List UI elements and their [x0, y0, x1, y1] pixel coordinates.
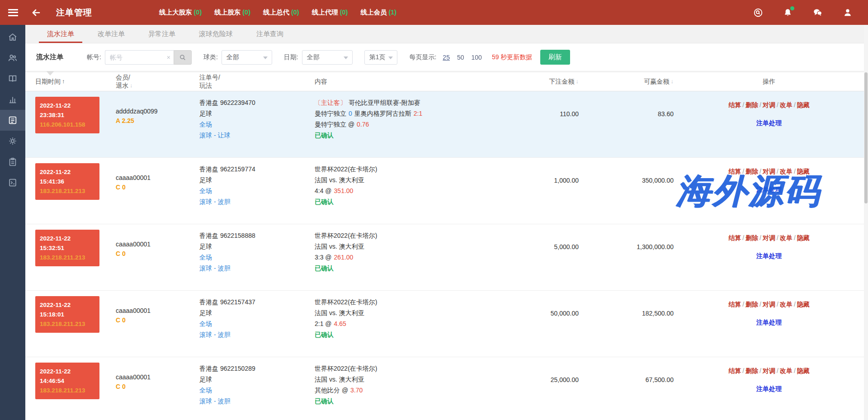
topbar-link-shareholder[interactable]: 线上股东(0): [214, 8, 250, 17]
action-link-modify[interactable]: 改单: [780, 234, 793, 241]
bet-number: 香港盘 9622157437: [199, 297, 315, 307]
content-cell: 世界杯2022(在卡塔尔)法国 vs. 澳大利亚4:4 @351.00已确认: [315, 158, 505, 224]
action-link-hide[interactable]: 隐藏: [797, 168, 810, 175]
bet-play-link[interactable]: 滚球 - 波胆: [199, 264, 230, 272]
order-process-link[interactable]: 注单处理: [756, 385, 782, 393]
action-link-hide[interactable]: 隐藏: [797, 367, 810, 374]
account-search-button[interactable]: [174, 50, 192, 65]
action-link-modify[interactable]: 改单: [780, 101, 793, 109]
action-link-settle[interactable]: 结算: [728, 101, 741, 109]
action-link-modify[interactable]: 改单: [780, 168, 793, 175]
member-name: caaaa00001: [116, 241, 199, 248]
date-badge: 2022-11-22 23:38:31 116.206.101.158: [35, 97, 99, 133]
action-link-swap[interactable]: 对调: [763, 367, 775, 374]
per-page-option-50[interactable]: 50: [457, 54, 464, 61]
sidebar-item-logs[interactable]: [0, 172, 25, 193]
bet-date: 2022-11-22: [40, 367, 95, 376]
notification-badge: [790, 6, 794, 10]
sidebar-item-users[interactable]: [0, 47, 25, 68]
per-page-option-100[interactable]: 100: [472, 54, 482, 61]
per-page-option-25[interactable]: 25: [443, 54, 450, 61]
sidebar-item-orders[interactable]: [0, 110, 25, 131]
scrollbar-thumb[interactable]: [864, 72, 868, 203]
topbar-link-member[interactable]: 线上会员(1): [360, 8, 396, 17]
tab-order-query[interactable]: 注单查询: [245, 25, 295, 43]
bet-play-link[interactable]: 滚球 - 波胆: [199, 198, 230, 205]
action-link-settle[interactable]: 结算: [728, 367, 741, 374]
topbar-link-agent[interactable]: 线上代理(0): [312, 8, 348, 17]
action-link-swap[interactable]: 对调: [763, 101, 775, 109]
refresh-button[interactable]: 刷新: [540, 50, 570, 65]
sidebar-item-tasks[interactable]: [0, 151, 25, 172]
sort-down-icon[interactable]: ↓: [130, 81, 133, 90]
order-process-link[interactable]: 注单处理: [756, 186, 782, 194]
action-separator: /: [760, 168, 761, 175]
page-select[interactable]: 第1页: [364, 50, 398, 65]
notifications-icon[interactable]: [783, 8, 793, 18]
bet-date: 2022-11-22: [40, 167, 95, 177]
bet-scope-link[interactable]: 全场: [199, 121, 212, 128]
action-link-swap[interactable]: 对调: [763, 301, 775, 308]
menu-icon[interactable]: [8, 9, 18, 16]
back-arrow-icon[interactable]: [31, 7, 42, 18]
header-win-amount[interactable]: 可赢金额 ↓: [579, 77, 674, 85]
bet-time: 23:38:31: [40, 110, 95, 120]
action-separator: /: [794, 168, 796, 175]
bet-date: 2022-11-22: [40, 101, 95, 110]
sport-select[interactable]: 全部: [222, 50, 272, 65]
clear-icon[interactable]: ×: [164, 50, 174, 65]
action-link-delete[interactable]: 删除: [745, 101, 758, 109]
action-link-modify[interactable]: 改单: [780, 367, 793, 374]
date-select[interactable]: 全部: [302, 50, 353, 65]
action-link-swap[interactable]: 对调: [763, 168, 775, 175]
bet-scope-link[interactable]: 全场: [199, 387, 212, 394]
sport-label: 球类:: [203, 53, 218, 61]
action-link-hide[interactable]: 隐藏: [797, 101, 810, 109]
bet-play-link[interactable]: 滚球 - 波胆: [199, 331, 230, 338]
action-separator: /: [760, 101, 761, 109]
action-link-delete[interactable]: 删除: [745, 367, 758, 374]
order-process-link[interactable]: 注单处理: [756, 119, 782, 127]
topbar-link-general-agent[interactable]: 线上总代(0): [263, 8, 299, 17]
action-separator: /: [742, 101, 744, 109]
bet-scope-link[interactable]: 全场: [199, 254, 212, 261]
search-icon[interactable]: [753, 8, 763, 18]
bet-sport: 足球: [199, 108, 315, 119]
tab-rolling-danger-ball[interactable]: 滚球危险球: [187, 25, 245, 43]
action-link-hide[interactable]: 隐藏: [797, 301, 810, 308]
tab-abnormal-orders[interactable]: 异常注单: [137, 25, 187, 43]
order-process-link[interactable]: 注单处理: [756, 252, 782, 260]
header-label: 可赢金额: [644, 77, 670, 85]
action-link-settle[interactable]: 结算: [728, 234, 741, 241]
tab-running-orders[interactable]: 流水注单: [35, 25, 86, 43]
action-link-settle[interactable]: 结算: [728, 168, 741, 175]
action-link-hide[interactable]: 隐藏: [797, 234, 810, 241]
topbar-link-major-shareholder[interactable]: 线上大股东(0): [159, 8, 202, 17]
sidebar-item-reports[interactable]: [0, 68, 25, 89]
tab-modified-orders[interactable]: 改单注单: [86, 25, 137, 43]
messages-icon[interactable]: [812, 8, 823, 18]
header-label: 退水: [116, 81, 128, 90]
action-link-modify[interactable]: 改单: [780, 301, 793, 308]
header-bet-amount[interactable]: 下注金额 ↓: [505, 77, 579, 85]
action-link-delete[interactable]: 删除: [745, 168, 758, 175]
header-member[interactable]: 会员/ 退水↓: [116, 73, 199, 90]
action-link-swap[interactable]: 对调: [763, 234, 775, 241]
action-link-delete[interactable]: 删除: [745, 301, 758, 308]
order-process-link[interactable]: 注单处理: [756, 319, 782, 327]
sidebar-item-stats[interactable]: [0, 89, 25, 110]
action-link-delete[interactable]: 删除: [745, 234, 758, 241]
bet-scope-link[interactable]: 全场: [199, 320, 212, 327]
action-links: 结算/删除/对调/改单/隐藏: [674, 301, 864, 309]
bet-scope-link[interactable]: 全场: [199, 187, 212, 194]
sidebar-item-settings[interactable]: [0, 131, 25, 151]
action-separator: /: [760, 367, 761, 374]
header-datetime[interactable]: 日期时间 ↑: [25, 77, 116, 85]
bet-play-link[interactable]: 滚球 - 让球: [199, 132, 230, 139]
action-link-settle[interactable]: 结算: [728, 301, 741, 308]
sort-up-icon[interactable]: ↑: [62, 77, 65, 85]
bet-play-link[interactable]: 滚球 - 波胆: [199, 397, 230, 405]
settings-icon: [8, 136, 18, 146]
user-icon[interactable]: [843, 8, 853, 18]
sidebar-item-home[interactable]: [0, 27, 25, 47]
